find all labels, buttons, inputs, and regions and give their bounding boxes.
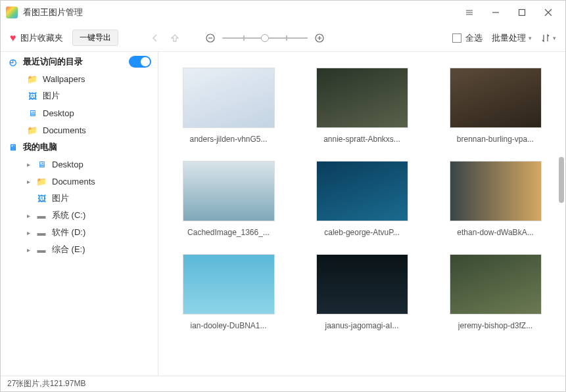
thumbnail-image[interactable]: [316, 254, 408, 315]
thumbnail-label: annie-spratt-Abnkxs...: [323, 135, 400, 144]
export-button[interactable]: 一键导出: [72, 30, 118, 46]
favorites-link[interactable]: ♥ 图片收藏夹: [10, 32, 63, 44]
sidebar-computer-item[interactable]: ▸🖥Desktop: [1, 156, 158, 173]
folder-icon: 📁: [27, 125, 37, 135]
sidebar-computer-item[interactable]: 🖼图片: [1, 190, 158, 207]
menu-button[interactable]: [458, 3, 481, 22]
thumbnail-item[interactable]: jaanus-jagomagi-aI...: [305, 254, 419, 330]
recent-header[interactable]: ◴ 最近访问的目录: [1, 53, 158, 70]
select-all-control[interactable]: 全选: [452, 32, 483, 44]
thumbnail-item[interactable]: anders-jilden-vhnG5...: [172, 68, 285, 144]
thumbnail-item[interactable]: CachedImage_1366_...: [172, 161, 285, 237]
thumbnail-label: caleb-george-AtvuP...: [324, 228, 400, 237]
thumbnail-label: anders-jilden-vhnG5...: [189, 135, 267, 144]
toolbar: ♥ 图片收藏夹 一键导出 全选 批量处理 ▾ ▾: [1, 24, 565, 52]
window-title: 看图王图片管理: [23, 7, 458, 18]
zoom-out-button[interactable]: [205, 33, 216, 43]
up-button[interactable]: [170, 33, 180, 43]
recent-toggle[interactable]: [129, 56, 151, 68]
zoom-in-button[interactable]: [314, 33, 325, 43]
titlebar: 看图王图片管理: [1, 1, 565, 24]
close-button[interactable]: [536, 3, 560, 22]
computer-icon: 🖥: [7, 142, 18, 152]
sidebar-item-label: Desktop: [43, 108, 74, 118]
batch-process-dropdown[interactable]: 批量处理 ▾: [492, 32, 532, 44]
back-button[interactable]: [150, 33, 160, 43]
thumbnail-image[interactable]: [183, 161, 275, 221]
maximize-button[interactable]: [510, 3, 534, 22]
thumbnail-image[interactable]: [183, 254, 275, 315]
thumbnail-label: ethan-dow-dWaBkA...: [457, 228, 533, 237]
favorites-label: 图片收藏夹: [20, 32, 63, 44]
thumbnail-item[interactable]: annie-spratt-Abnkxs...: [305, 68, 419, 144]
sidebar-item-label: 图片: [52, 192, 69, 204]
computer-header-label: 我的电脑: [23, 141, 57, 153]
thumbnail-label: jeremy-bishop-d3fZ...: [458, 321, 532, 330]
app-window: 看图王图片管理 ♥ 图片收藏夹 一键导出 全选 批量处理 ▾: [0, 0, 566, 392]
expand-arrow[interactable]: ▸: [27, 161, 34, 168]
expand-arrow[interactable]: ▸: [27, 212, 34, 219]
desktop-icon: 🖥: [27, 108, 37, 118]
status-text: 27张图片,共121.97MB: [7, 378, 85, 389]
thumbnail-area: anders-jilden-vhnG5...annie-spratt-Abnkx…: [158, 52, 565, 376]
sort-icon: [541, 33, 550, 43]
sidebar-item-label: 图片: [43, 90, 60, 102]
thumbnail-label: CachedImage_1366_...: [187, 228, 270, 237]
drive-icon: ▬: [36, 228, 47, 238]
sidebar-recent-item[interactable]: 🖥Desktop: [1, 104, 158, 121]
zoom-slider-thumb[interactable]: [261, 34, 269, 42]
sort-dropdown[interactable]: ▾: [541, 33, 556, 43]
sidebar-computer-item[interactable]: ▸📁Documents: [1, 173, 158, 190]
svg-rect-0: [519, 10, 525, 16]
thumbnail-item[interactable]: brennan-burling-vpa...: [438, 68, 552, 144]
thumbnail-label: jaanus-jagomagi-aI...: [325, 321, 398, 330]
app-icon: [6, 7, 18, 18]
folder-icon: 📁: [27, 74, 37, 84]
thumbnail-label: brennan-burling-vpa...: [457, 135, 534, 144]
image-icon: 🖼: [36, 194, 47, 204]
thumbnail-image[interactable]: [316, 68, 408, 128]
minimize-button[interactable]: [484, 3, 507, 22]
sidebar-recent-item[interactable]: 📁Documents: [1, 121, 158, 139]
recent-header-label: 最近访问的目录: [23, 56, 83, 68]
drive-icon: ▬: [36, 245, 47, 255]
chevron-down-icon: ▾: [553, 35, 556, 41]
sidebar-item-label: Documents: [43, 125, 86, 135]
image-icon: 🖼: [27, 91, 37, 101]
thumbnail-item[interactable]: ethan-dow-dWaBkA...: [438, 161, 552, 237]
expand-arrow[interactable]: ▸: [27, 229, 34, 236]
sidebar-item-label: Wallpapers: [43, 74, 85, 84]
computer-header[interactable]: 🖥 我的电脑: [1, 139, 158, 156]
select-all-checkbox[interactable]: [452, 33, 461, 43]
thumbnail-image[interactable]: [450, 161, 542, 221]
expand-arrow[interactable]: ▸: [27, 178, 34, 185]
sidebar-item-label: Desktop: [52, 160, 83, 169]
sidebar: ◴ 最近访问的目录 📁Wallpapers🖼图片🖥Desktop📁Documen…: [1, 52, 158, 376]
sidebar-item-label: 系统 (C:): [52, 209, 85, 221]
sidebar-item-label: Documents: [52, 177, 95, 186]
thumbnail-image[interactable]: [316, 161, 408, 221]
sidebar-recent-item[interactable]: 📁Wallpapers: [1, 70, 158, 87]
sidebar-computer-item[interactable]: ▸▬软件 (D:): [1, 224, 158, 241]
sidebar-computer-item[interactable]: ▸▬综合 (E:): [1, 241, 158, 258]
scrollbar-thumb[interactable]: [559, 157, 564, 203]
sidebar-computer-item[interactable]: ▸▬系统 (C:): [1, 207, 158, 224]
select-all-label: 全选: [465, 32, 483, 44]
thumbnail-label: ian-dooley-DuBNA1...: [190, 321, 266, 330]
thumbnail-image[interactable]: [450, 254, 542, 315]
scrollbar[interactable]: [557, 52, 565, 376]
thumbnail-item[interactable]: jeremy-bishop-d3fZ...: [438, 254, 552, 330]
thumbnail-image[interactable]: [450, 68, 542, 128]
sidebar-recent-item[interactable]: 🖼图片: [1, 87, 158, 104]
folder-icon: 📁: [36, 177, 47, 186]
zoom-slider[interactable]: [222, 37, 308, 39]
chevron-down-icon: ▾: [529, 35, 532, 41]
expand-arrow[interactable]: ▸: [27, 246, 34, 253]
thumbnail-image[interactable]: [183, 68, 275, 128]
thumbnail-item[interactable]: caleb-george-AtvuP...: [305, 161, 419, 237]
batch-process-label: 批量处理: [492, 32, 526, 44]
thumbnail-item[interactable]: ian-dooley-DuBNA1...: [172, 254, 285, 330]
sidebar-item-label: 软件 (D:): [52, 227, 85, 238]
statusbar: 27张图片,共121.97MB: [1, 376, 565, 391]
sidebar-item-label: 综合 (E:): [52, 244, 85, 255]
